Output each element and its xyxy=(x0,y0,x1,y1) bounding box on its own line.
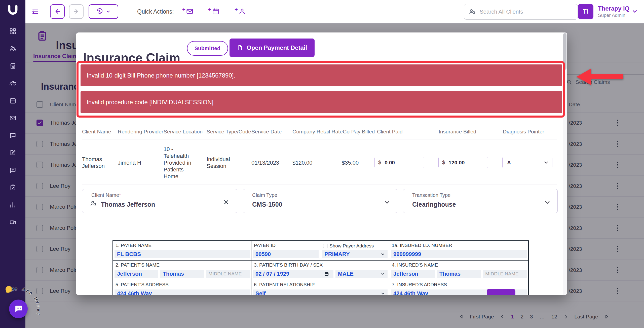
search-placeholder: Search All Clients xyxy=(480,9,523,15)
patient-relationship-label: 6. PATIENT RELATIONSHIP xyxy=(251,280,389,288)
svc-header-diagnosis: Diagnosis Pointer xyxy=(503,129,544,135)
new-appointment-icon[interactable]: + xyxy=(208,8,219,15)
error-banner: Invalid procedure code [INDIVIDUALSESSIO… xyxy=(81,91,562,113)
chat-icon[interactable] xyxy=(9,132,16,139)
groups-icon[interactable] xyxy=(9,80,16,87)
svc-provider: Jimena H xyxy=(118,159,153,166)
chevron-down-icon xyxy=(384,199,391,206)
svc-type: Individual Session xyxy=(207,156,235,169)
svc-header-type: Service Type/Code xyxy=(207,129,251,135)
collapse-sidebar-icon[interactable] xyxy=(31,8,39,16)
service-line-row: Thomas Jefferson Jimena H 10 - Telehealt… xyxy=(76,143,557,185)
transaction-type-value: Clearinghouse xyxy=(412,201,456,208)
patient-sex-select[interactable]: MALE xyxy=(335,270,388,278)
checkbox-icon[interactable] xyxy=(323,244,327,248)
insured-id-label: 1a. INSURED I.D. NUMBER xyxy=(389,241,528,249)
insured-id-input[interactable]: 999999999 xyxy=(391,250,527,258)
chevron-down-icon xyxy=(106,9,111,14)
document-icon xyxy=(237,45,243,51)
patient-middle-name-input[interactable]: MIDDLE NAME xyxy=(206,270,250,278)
modal-scrollbar-thumb[interactable] xyxy=(563,33,566,70)
person-icon xyxy=(90,200,97,207)
client-paid-input[interactable]: $ 0.00 xyxy=(374,157,424,168)
insurance-claim-modal: Insurance Claim Submitted Open Payment D… xyxy=(76,32,567,295)
patient-relationship-select[interactable]: Self xyxy=(253,289,388,295)
new-client-icon[interactable]: + xyxy=(235,8,246,15)
messages-icon[interactable] xyxy=(9,167,16,174)
svc-copay: $35.00 xyxy=(342,159,359,166)
mail-icon[interactable] xyxy=(9,115,16,122)
tasks-icon[interactable] xyxy=(9,184,16,191)
client-name-field[interactable]: Client Name* Thomas Jefferson xyxy=(82,189,237,213)
nav-forward-button[interactable] xyxy=(69,4,84,19)
show-payer-address-checkbox[interactable]: Show Payer Address xyxy=(320,241,389,249)
insured-last-name-input[interactable]: Jefferson xyxy=(391,270,435,278)
patient-dob-input[interactable]: 02 / 07 / 1929 xyxy=(253,270,333,278)
modal-scrollbar[interactable] xyxy=(563,32,567,295)
user-menu-chevron-icon[interactable] xyxy=(631,8,638,15)
divider xyxy=(82,139,557,139)
clear-client-icon[interactable] xyxy=(223,199,230,205)
required-asterisk: * xyxy=(119,192,121,198)
insurance-billed-input[interactable]: $ 120.00 xyxy=(438,157,488,168)
calendar-icon[interactable] xyxy=(324,272,329,276)
payer-rank-select[interactable]: PRIMARY xyxy=(322,250,388,258)
svc-location: 10 - Telehealth Provided in Patients Hom… xyxy=(164,146,193,180)
payer-id-input[interactable]: 00590 xyxy=(253,250,319,258)
payer-name-input[interactable]: FL BCBS xyxy=(115,250,250,258)
arrow-left-icon xyxy=(54,8,61,15)
transaction-type-select[interactable]: Transcation Type Clearinghouse xyxy=(403,189,558,213)
clients-icon[interactable] xyxy=(9,45,16,52)
diagnosis-pointer-select[interactable]: A xyxy=(502,157,552,168)
notes-icon[interactable] xyxy=(9,149,16,156)
reports-icon[interactable] xyxy=(9,201,16,208)
cms-1500-form: 1. PAYER NAME FL BCBS PAYER ID 00590 Sho… xyxy=(112,240,529,295)
chevron-down-icon xyxy=(543,160,549,166)
history-icon xyxy=(96,8,103,15)
svc-client: Thomas Jefferson xyxy=(82,156,109,169)
svc-header-client-paid: Client Paid xyxy=(377,129,403,135)
status-badge: Submitted xyxy=(187,41,228,56)
patient-last-name-input[interactable]: Jefferson xyxy=(115,270,158,278)
patient-address-label: 5. PATIENT'S ADDRESS xyxy=(113,280,251,288)
patient-name-label: 2. PATIENT'S NAME xyxy=(113,261,251,269)
video-icon[interactable] xyxy=(9,219,16,226)
quick-actions-label: Quick Actions: xyxy=(137,8,174,15)
svc-header-copay: Co-Pay Billed xyxy=(343,129,375,135)
insured-middle-name-input[interactable]: MIDDLE NAME xyxy=(483,270,527,278)
chevron-down-icon xyxy=(381,291,385,295)
chat-launcher-button[interactable] xyxy=(9,300,28,318)
chevron-down-icon xyxy=(381,252,385,257)
history-button[interactable] xyxy=(89,4,118,19)
claim-type-value: CMS-1500 xyxy=(252,201,282,208)
birth-sex-label: 3. PATIENT'S BIRTH DAY / SEX xyxy=(251,261,389,269)
nav-back-button[interactable] xyxy=(50,4,65,19)
svc-header-client: Client Name xyxy=(82,129,111,135)
client-search-icon xyxy=(469,8,476,16)
svc-header-rate: Company Retail Rate xyxy=(292,129,343,135)
user-name: Therapy IQ xyxy=(598,5,629,12)
patient-first-name-input[interactable]: Thomas xyxy=(160,270,204,278)
topbar: Quick Actions: + + + Search All Clients … xyxy=(25,0,644,23)
claim-type-select[interactable]: Claim Type CMS-1500 xyxy=(243,189,397,213)
patient-address-input[interactable]: 424 46th Way xyxy=(115,289,250,295)
error-banner: Invalid 10-digit Bill Phone phone number… xyxy=(81,64,562,86)
svc-header-provider: Rendering Provider xyxy=(118,129,163,135)
chat-bubble-icon xyxy=(14,304,23,314)
client-name-value: Thomas Jefferson xyxy=(101,201,155,208)
payer-name-label: 1. PAYER NAME xyxy=(113,241,251,249)
chevron-down-icon xyxy=(381,272,385,276)
practice-icon[interactable] xyxy=(9,62,16,69)
avatar[interactable]: TI xyxy=(578,4,593,19)
app-logo-icon[interactable] xyxy=(6,4,19,17)
submit-button[interactable] xyxy=(487,289,515,295)
search-all-clients-input[interactable]: Search All Clients xyxy=(464,4,578,20)
insured-first-name-input[interactable]: Thomas xyxy=(437,270,481,278)
new-message-icon[interactable]: + xyxy=(182,8,194,15)
divider xyxy=(82,185,557,185)
calendar-icon[interactable] xyxy=(9,97,16,104)
svc-header-date: Service Date xyxy=(251,129,282,135)
open-payment-detail-button[interactable]: Open Payment Detail xyxy=(230,39,315,57)
arrow-right-icon xyxy=(73,8,80,15)
dashboard-icon[interactable] xyxy=(9,28,16,35)
